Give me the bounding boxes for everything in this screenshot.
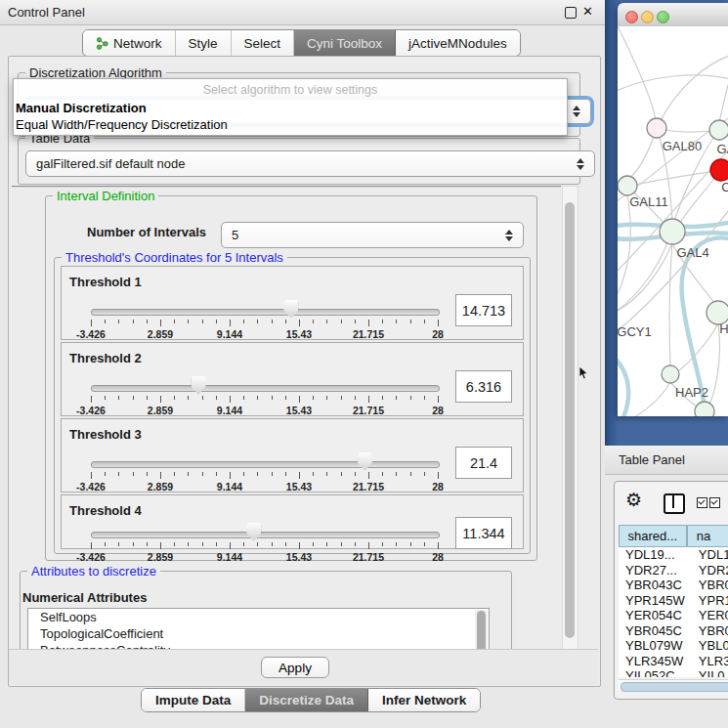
table-row[interactable]: YER054CYER0 (619, 608, 728, 623)
network-node[interactable] (695, 402, 714, 416)
slider-track[interactable] (91, 385, 440, 392)
network-node[interactable] (618, 176, 637, 195)
network-node[interactable] (647, 118, 666, 138)
slider-handle[interactable] (246, 523, 261, 541)
checkbox-icon[interactable] (709, 497, 720, 508)
table-cell[interactable]: YER054C (619, 608, 690, 623)
float-panel-icon[interactable] (565, 7, 577, 19)
table-row[interactable]: YDL19...YDL1 (619, 547, 728, 563)
threshold-slider[interactable]: -3.4262.8599.14415.4321.71528 (91, 519, 438, 562)
tab-cyni-toolbox[interactable]: Cyni Toolbox (294, 30, 396, 56)
number-of-intervals-value: 5 (232, 228, 238, 242)
close-icon[interactable]: ✕ (582, 4, 593, 19)
popup-option-equal-width-frequency[interactable]: Equal Width/Frequency Discretization (16, 117, 228, 132)
network-node[interactable] (709, 120, 728, 140)
network-node[interactable] (662, 365, 679, 383)
spinner-arrows-icon (505, 230, 513, 241)
slider-tick-labels: -3.4262.8599.14415.4321.71528 (91, 481, 438, 492)
scrollbar-thumb[interactable] (621, 682, 728, 692)
column-layout-icon[interactable] (664, 493, 685, 514)
threshold-value-field[interactable]: 21.4 (455, 447, 512, 479)
popup-option-manual-discretization[interactable]: Manual Discretization (16, 101, 147, 115)
table-cell[interactable]: YIL0 (690, 668, 728, 677)
tab-label: Network (113, 36, 162, 51)
numerical-attributes-list[interactable]: SelfLoopsTopologicalCoefficientBetweenne… (27, 608, 490, 651)
network-node-label: HAP2 (675, 385, 708, 400)
tab-discretize-data[interactable]: Discretize Data (245, 689, 368, 711)
gear-icon[interactable]: ⚙ (625, 490, 642, 511)
threshold-slider[interactable]: -3.4262.8599.14415.4321.71528 (91, 372, 438, 415)
threshold-3-panel: Threshold 3 -3.4262.8599.14415.4321.7152… (61, 418, 524, 492)
table-cell[interactable]: YPR145W (619, 593, 690, 609)
table-row[interactable]: YDR27...YDR2 (619, 563, 728, 578)
table-cell[interactable]: YDL1 (690, 547, 728, 563)
table-row[interactable]: YPR145WYPR1 (619, 593, 728, 609)
table-cell[interactable]: YBL079W (619, 638, 690, 654)
tab-jactivemnodules[interactable]: jActiveMNodules (396, 30, 520, 56)
threshold-label: Threshold 2 (69, 351, 142, 365)
column-header-shared-name[interactable]: shared... (619, 525, 687, 547)
table-cell[interactable]: YBR043C (619, 578, 690, 593)
control-panel-titlebar: Control Panel ✕ (0, 0, 606, 25)
tab-network[interactable]: Network (83, 30, 176, 56)
tab-style[interactable]: Style (176, 30, 232, 56)
slider-ticks (91, 320, 438, 327)
table-rows: YDL19...YDL1YDR27...YDR2YBR043CYBR0YPR14… (619, 547, 728, 677)
table-data-group: Table Data galFiltered.sif default node (18, 138, 580, 185)
threshold-label: Threshold 4 (69, 503, 142, 518)
threshold-2-panel: Threshold 2 -3.4262.8599.14415.4321.7152… (61, 342, 524, 416)
slider-track[interactable] (91, 461, 440, 468)
slider-tick-labels: -3.4262.8599.14415.4321.71528 (91, 405, 438, 416)
table-cell[interactable]: YDR2 (690, 563, 728, 578)
slider-track[interactable] (91, 309, 440, 316)
table-data-combobox[interactable]: galFiltered.sif default node (25, 150, 595, 177)
table-horizontal-scrollbar[interactable] (619, 679, 728, 691)
threshold-slider[interactable]: -3.4262.8599.14415.4321.71528 (91, 296, 438, 339)
settings-vertical-scrollbar[interactable] (562, 186, 578, 651)
checkbox-icon[interactable] (697, 497, 707, 508)
slider-handle[interactable] (283, 300, 298, 319)
table-cell[interactable]: YLR3 (690, 654, 728, 669)
slider-ticks (91, 472, 438, 480)
table-cell[interactable]: YLR345W (619, 654, 690, 669)
table-cell[interactable]: YBR0 (690, 623, 728, 639)
scrollbar-thumb[interactable] (565, 202, 575, 638)
tab-impute-data[interactable]: Impute Data (142, 689, 245, 711)
table-cell[interactable]: YDR27... (619, 563, 690, 578)
tab-infer-network[interactable]: Infer Network (368, 689, 480, 711)
number-of-intervals-spinner[interactable]: 5 (221, 222, 524, 248)
column-header-name[interactable]: na (687, 525, 728, 547)
mac-zoom-icon[interactable] (657, 11, 669, 23)
attribute-item[interactable]: TopologicalCoefficient (28, 625, 489, 642)
mac-close-icon[interactable] (625, 11, 638, 23)
table-cell[interactable]: YIL052C (619, 668, 690, 677)
table-cell[interactable]: YPR1 (690, 593, 728, 609)
table-row[interactable]: YBL079WYBL0 (619, 638, 728, 654)
table-cell[interactable]: YDL19... (619, 547, 690, 563)
slider-handle[interactable] (358, 452, 372, 471)
table-row[interactable]: YBR045CYBR0 (619, 623, 728, 639)
threshold-value-field[interactable]: 6.316 (455, 370, 512, 403)
slider-ticks (91, 396, 438, 404)
table-cell[interactable]: YBR0 (690, 578, 728, 593)
table-row[interactable]: YIL052CYIL0 (619, 668, 728, 677)
apply-button[interactable]: Apply (261, 657, 329, 678)
list-scrollbar[interactable] (475, 610, 488, 651)
network-node[interactable] (710, 159, 728, 181)
table-cell[interactable]: YBL0 (690, 638, 728, 654)
tab-select[interactable]: Select (232, 30, 295, 56)
table-row[interactable]: YLR345WYLR3 (619, 654, 728, 669)
slider-handle[interactable] (192, 376, 206, 395)
table-cell[interactable]: YER0 (690, 608, 728, 623)
table-row[interactable]: YBR043CYBR0 (619, 578, 728, 593)
network-canvas[interactable]: GAL80GACGAL11GAL4GCY1HHAP2 (618, 26, 728, 416)
threshold-slider[interactable]: -3.4262.8599.14415.4321.71528 (91, 449, 438, 492)
threshold-value-field[interactable]: 11.344 (455, 517, 512, 549)
mac-minimize-icon[interactable] (641, 11, 654, 23)
threshold-value-field[interactable]: 14.713 (455, 294, 512, 326)
slider-track[interactable] (91, 532, 440, 538)
slider-tick-labels: -3.4262.8599.14415.4321.71528 (91, 551, 438, 563)
network-node[interactable] (660, 219, 685, 244)
attribute-item[interactable]: SelfLoops (28, 609, 489, 625)
table-cell[interactable]: YBR045C (619, 623, 690, 639)
